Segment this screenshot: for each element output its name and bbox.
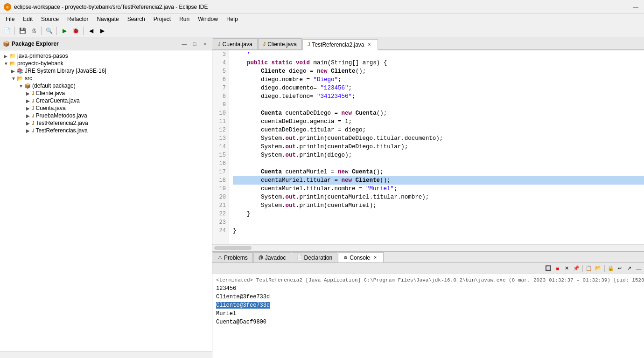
menu-window[interactable]: Window — [194, 15, 222, 23]
tree-arrow-testreferencias: ▶ — [26, 128, 32, 133]
tab-problems[interactable]: ⚠ Problems — [213, 252, 253, 262]
tab-cliente[interactable]: J Cliente.java — [258, 38, 302, 49]
tree-arrow-jre: ▶ — [11, 69, 17, 74]
java-file-icon-testreferencias: J — [32, 128, 35, 133]
package-explorer-title: Package Explorer — [12, 41, 178, 47]
toolbar-next[interactable]: ▶ — [97, 26, 107, 36]
package-explorer-header: 📦 Package Explorer — □ × — [0, 37, 212, 50]
code-line-7: diego.documento= "123456"; — [233, 84, 644, 92]
tree-item-proyecto-bytebank[interactable]: ▼ 📂 proyecto-bytebank — [0, 60, 212, 67]
tree-item-cliente-java[interactable]: ▶ J Cliente.java — [0, 90, 212, 97]
console-open-btn[interactable]: ↗ — [625, 264, 634, 273]
editor-hscrollbar[interactable] — [212, 244, 644, 251]
menu-file[interactable]: File — [2, 15, 18, 23]
console-clear-btn[interactable]: 🔲 — [544, 264, 553, 273]
console-line-3: Cliente@3fee733d — [216, 301, 644, 310]
tree-item-cuenta-java[interactable]: ▶ J Cuenta.java — [0, 104, 212, 112]
console-content[interactable]: <terminated> TestReferencia2 [Java Appli… — [212, 274, 644, 358]
java-file-icon-cliente: J — [32, 91, 35, 96]
btoolbar-sep-1 — [582, 265, 583, 272]
tree-item-default-package[interactable]: ▼ 📦 (default package) — [0, 82, 212, 90]
toolbar-debug[interactable]: 🐞 — [70, 26, 81, 36]
line-numbers: 3 4 5 6 7 8 9 10 11 12 13 — [212, 50, 229, 244]
code-editor[interactable]: 3 4 5 6 7 8 9 10 11 12 13 — [212, 50, 644, 244]
toolbar-search[interactable]: 🔍 — [44, 26, 54, 36]
tree-label-testreferencias-java: TestReferencias.java — [36, 127, 88, 134]
tree-item-src[interactable]: ▼ 📂 src — [0, 75, 212, 82]
toolbar-new[interactable]: 📄 — [2, 26, 12, 36]
console-copy-btn[interactable]: 📋 — [585, 264, 593, 273]
package-icon: 📦 — [24, 83, 31, 89]
tab-label-javadoc: Javadoc — [265, 255, 286, 261]
javadoc-icon: @ — [259, 255, 263, 260]
btoolbar-sep-2 — [604, 265, 605, 272]
toolbar-print[interactable]: 🖨 — [28, 26, 39, 36]
tree-arrow-cuenta: ▶ — [26, 106, 32, 111]
menu-project[interactable]: Project — [150, 15, 175, 23]
java-icon-cliente: J — [263, 41, 266, 47]
tree-label-cliente-java: Cliente.java — [36, 90, 65, 96]
tab-close-testreferencia2[interactable]: × — [366, 41, 373, 48]
tree-item-crearcuenta-java[interactable]: ▶ J CrearCuenta.java — [0, 97, 212, 104]
tree-label-src: src — [25, 75, 32, 82]
tree-arrow-cliente: ▶ — [26, 91, 32, 96]
line-num-14: 14 — [215, 143, 226, 151]
console-stop-btn[interactable]: ■ — [553, 264, 562, 273]
menu-source[interactable]: Source — [37, 15, 63, 23]
left-panel-scrollbar[interactable] — [0, 351, 212, 358]
tree-item-testreferencia2-java[interactable]: ▶ J TestReferencia2.java — [0, 119, 212, 127]
code-line-9 — [233, 101, 644, 109]
toolbar-sep-3 — [56, 27, 57, 35]
tab-console[interactable]: 🖥 Console × — [338, 252, 384, 262]
tree-item-jre-system-library[interactable]: ▶ 📚 JRE System Library [JavaSE-16] — [0, 67, 212, 75]
pkg-minimize-btn[interactable]: — — [180, 40, 189, 48]
tree-item-pruebametodos-java[interactable]: ▶ J PruebaMetodos.java — [0, 112, 212, 119]
line-num-17: 17 — [215, 168, 226, 176]
menu-search[interactable]: Search — [124, 15, 149, 23]
code-line-11: cuentaDeDiego.agencia = 1; — [233, 117, 644, 126]
tree-label-default-package: (default package) — [32, 83, 76, 89]
console-remove-btn[interactable]: ✕ — [563, 264, 571, 273]
java-file-icon-pruebametodos: J — [32, 113, 35, 118]
pkg-close-btn[interactable]: × — [201, 40, 209, 48]
pkg-maximize-btn[interactable]: □ — [190, 40, 199, 48]
console-close-btn[interactable]: × — [372, 255, 378, 261]
tab-javadoc[interactable]: @ Javadoc — [253, 252, 291, 262]
java-file-icon-testreferencia2: J — [32, 121, 35, 126]
tab-testreferencia2[interactable]: J TestReferencia2.java × — [302, 39, 378, 50]
menu-edit[interactable]: Edit — [19, 15, 36, 23]
menu-navigate[interactable]: Navigate — [93, 15, 122, 23]
code-line-17: Cuenta cuentaMuriel = new Cuenta(); — [233, 168, 644, 176]
menu-run[interactable]: Run — [175, 15, 193, 23]
menu-refactor[interactable]: Refactor — [63, 15, 92, 23]
tree-label-cuenta-java: Cuenta.java — [36, 105, 66, 111]
line-num-12: 12 — [215, 126, 226, 134]
console-word-wrap-btn[interactable]: ↵ — [616, 264, 624, 273]
console-line-5: Cuenta@5acf9800 — [216, 318, 644, 326]
tree-item-java-primeros-pasos[interactable]: ▶ 📁 java-primeros-pasos — [0, 52, 212, 60]
tree-arrow-pruebametodos: ▶ — [26, 113, 32, 118]
line-num-10: 10 — [215, 109, 226, 117]
editor-scroll-container: 3 4 5 6 7 8 9 10 11 12 13 — [212, 50, 644, 244]
console-minimize-btn[interactable]: — — [635, 264, 643, 273]
toolbar-save[interactable]: 💾 — [17, 26, 28, 36]
declaration-icon: 📄 — [297, 255, 302, 260]
editor-hscroll-thumb[interactable] — [214, 246, 252, 250]
console-scroll-lock-btn[interactable]: 🔒 — [607, 264, 615, 273]
folder-icon: 📁 — [9, 53, 16, 59]
tree-item-testreferencias-java[interactable]: ▶ J TestReferencias.java — [0, 127, 212, 134]
menu-help[interactable]: Help — [223, 15, 242, 23]
line-num-6: 6 — [215, 76, 226, 84]
toolbar-prev[interactable]: ◀ — [86, 26, 96, 36]
console-paste-btn[interactable]: 📂 — [594, 264, 602, 273]
console-line-4: Muriel — [216, 310, 644, 318]
right-panel: J Cuenta.java J Cliente.java J TestRefer… — [212, 37, 644, 358]
minimize-button[interactable]: — — [631, 4, 640, 10]
tab-declaration[interactable]: 📄 Declaration — [292, 252, 338, 262]
tree-arrow-proyecto-bytebank: ▼ — [4, 61, 9, 66]
bottom-tabs: ⚠ Problems @ Javadoc 📄 Declaration 🖥 Con… — [212, 252, 644, 263]
console-pin-btn[interactable]: 📌 — [572, 264, 581, 273]
toolbar-run[interactable]: ▶ — [59, 26, 70, 36]
tab-cuenta[interactable]: J Cuenta.java — [213, 38, 258, 49]
code-line-23 — [233, 218, 644, 227]
